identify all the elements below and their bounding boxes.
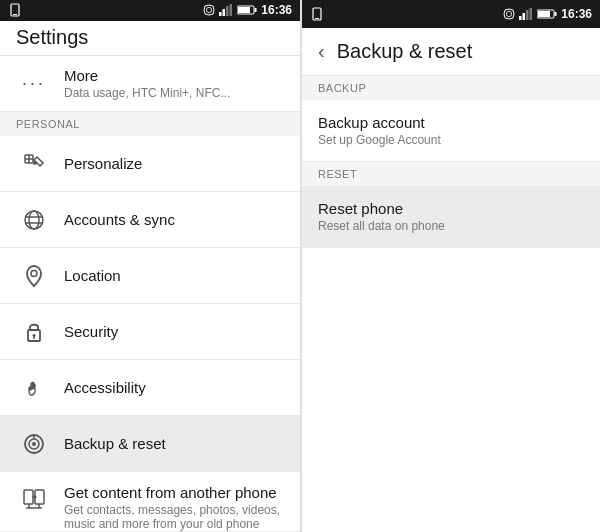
personal-section-header: PERSONAL xyxy=(0,112,300,136)
accessibility-icon xyxy=(16,376,52,400)
get-content-subtitle: Get contacts, messages, photos, videos, … xyxy=(64,503,284,531)
backup-icon xyxy=(16,432,52,456)
svg-rect-3 xyxy=(223,9,226,16)
svg-rect-5 xyxy=(230,4,233,16)
accessibility-title: Accessibility xyxy=(64,379,284,396)
personalize-item[interactable]: Personalize xyxy=(0,136,300,192)
status-icons-right xyxy=(310,7,324,21)
reset-phone-item[interactable]: Reset phone Reset all data on phone xyxy=(302,186,600,248)
svg-point-18 xyxy=(33,334,36,337)
nfc-icon-left xyxy=(203,3,215,17)
more-subtitle: Data usage, HTC Mini+, NFC... xyxy=(64,86,284,100)
svg-rect-2 xyxy=(219,12,222,16)
phone-icon-right xyxy=(310,7,324,21)
more-title: More xyxy=(64,67,284,84)
svg-rect-31 xyxy=(519,16,522,20)
accessibility-item[interactable]: Accessibility xyxy=(0,360,300,416)
backup-account-title: Backup account xyxy=(318,114,584,131)
svg-point-13 xyxy=(29,211,39,229)
signal-bars-right xyxy=(519,8,533,20)
more-icon: ··· xyxy=(16,73,52,94)
personalize-icon xyxy=(16,152,52,176)
backup-reset-title-bar: Backup & reset xyxy=(337,40,473,63)
svg-rect-7 xyxy=(255,8,257,12)
location-icon xyxy=(16,264,52,288)
svg-rect-30 xyxy=(315,18,319,19)
backup-account-item[interactable]: Backup account Set up Google Account xyxy=(302,100,600,162)
settings-title: Settings xyxy=(16,26,88,49)
backup-reset-title: Backup & reset xyxy=(64,435,284,452)
security-icon xyxy=(16,320,52,344)
get-content-title: Get content from another phone xyxy=(64,484,284,501)
security-item[interactable]: Security xyxy=(0,304,300,360)
more-item[interactable]: ··· More Data usage, HTC Mini+, NFC... xyxy=(0,56,300,112)
status-info-left: 16:36 xyxy=(203,3,292,17)
security-title: Security xyxy=(64,323,284,340)
location-item[interactable]: Location xyxy=(0,248,300,304)
accounts-icon xyxy=(16,208,52,232)
personalize-title: Personalize xyxy=(64,155,284,172)
settings-panel: 16:36 Settings ··· More Data usage, HTC … xyxy=(0,0,300,532)
backup-section-header: BACKUP xyxy=(302,76,600,100)
transfer-icon xyxy=(16,484,52,510)
accounts-sync-item[interactable]: Accounts & sync xyxy=(0,192,300,248)
backup-reset-item[interactable]: Backup & reset xyxy=(0,416,300,472)
back-button[interactable]: ‹ xyxy=(318,40,325,63)
battery-icon-right xyxy=(537,8,557,20)
backup-account-subtitle: Set up Google Account xyxy=(318,133,584,147)
svg-rect-1 xyxy=(13,14,17,15)
svg-rect-32 xyxy=(523,13,526,20)
get-content-item[interactable]: Get content from another phone Get conta… xyxy=(0,472,300,532)
time-right: 16:36 xyxy=(561,7,592,21)
backup-reset-app-bar[interactable]: ‹ Backup & reset xyxy=(302,28,600,76)
status-info-right: 16:36 xyxy=(503,7,592,21)
svg-rect-37 xyxy=(538,11,550,17)
svg-rect-33 xyxy=(526,10,529,20)
settings-app-bar: Settings xyxy=(0,21,300,57)
svg-point-16 xyxy=(31,270,37,276)
svg-rect-24 xyxy=(24,490,33,504)
signal-bars-left xyxy=(219,4,233,16)
svg-point-22 xyxy=(32,442,36,446)
status-bar-right: 16:36 xyxy=(302,0,600,28)
location-title: Location xyxy=(64,267,284,284)
svg-rect-36 xyxy=(555,12,557,16)
status-bar-left: 16:36 xyxy=(0,0,300,21)
reset-phone-title: Reset phone xyxy=(318,200,584,217)
svg-rect-4 xyxy=(226,6,229,16)
accounts-sync-title: Accounts & sync xyxy=(64,211,284,228)
backup-reset-panel: 16:36 ‹ Backup & reset BACKUP Backup acc… xyxy=(302,0,600,532)
phone-icon xyxy=(8,3,22,17)
reset-section-header: RESET xyxy=(302,162,600,186)
nfc-icon-right xyxy=(503,7,515,21)
svg-rect-8 xyxy=(238,7,250,13)
battery-icon-left xyxy=(237,4,257,16)
time-left: 16:36 xyxy=(261,3,292,17)
reset-phone-subtitle: Reset all data on phone xyxy=(318,219,584,233)
svg-rect-34 xyxy=(530,8,533,20)
svg-point-12 xyxy=(25,211,43,229)
status-icons-left xyxy=(8,3,22,17)
